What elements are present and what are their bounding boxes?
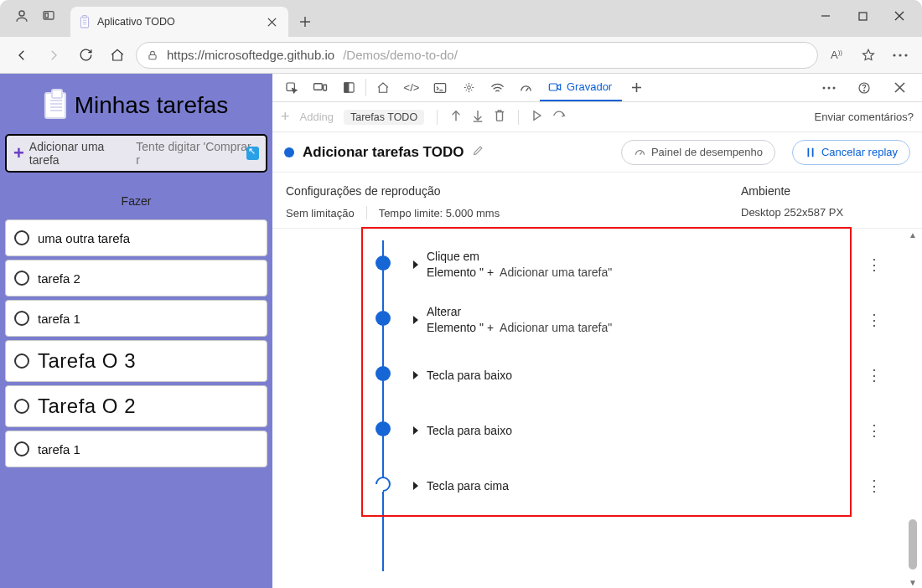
home-button[interactable] — [104, 42, 131, 69]
expand-caret-icon[interactable] — [413, 316, 418, 324]
steps-area: Clique emElemento " + Adicionar uma tare… — [272, 229, 922, 588]
scroll-up-icon[interactable]: ▲ — [907, 229, 919, 240]
performance-panel-button[interactable]: Painel de desempenho — [621, 140, 775, 165]
todo-checkbox[interactable] — [14, 399, 29, 414]
step-row[interactable]: Clique emElemento " + Adicionar uma tare… — [272, 237, 902, 292]
elements-tab-icon[interactable]: </> — [397, 74, 426, 101]
export-icon[interactable] — [472, 109, 484, 125]
adding-label: Adding — [300, 111, 334, 123]
add-tab-button[interactable] — [622, 74, 650, 101]
app-title: Minhas tarefas — [75, 92, 229, 119]
svg-rect-13 — [859, 13, 867, 20]
step-row[interactable]: AlterarElemento " + Adicionar uma tarefa… — [272, 292, 902, 348]
step-icon[interactable] — [552, 111, 566, 123]
expand-caret-icon[interactable] — [413, 426, 418, 435]
back-button[interactable] — [8, 42, 35, 69]
todo-item[interactable]: tarefa 1 — [5, 300, 267, 337]
step-line2: Elemento " + Adicionar uma tarefa" — [427, 320, 612, 336]
todo-app: Minhas tarefas + Adicionar uma tarefa Te… — [0, 74, 272, 588]
window-close-button[interactable] — [882, 3, 917, 28]
performance-tab-icon[interactable] — [511, 74, 540, 101]
url-field[interactable]: https://microsoftedge.github.io/Demos/de… — [136, 42, 818, 69]
devtools-more-icon[interactable] — [815, 86, 843, 90]
favorite-icon[interactable] — [855, 42, 882, 69]
todo-item[interactable]: Tarefa O 2 — [5, 385, 267, 427]
todo-item[interactable]: Tarefa O 3 — [5, 340, 267, 382]
todo-item[interactable]: tarefa 2 — [5, 260, 267, 297]
step-menu-button[interactable]: ⋮ — [867, 255, 882, 274]
url-host: https://microsoftedge.github.io — [167, 48, 334, 62]
svg-rect-24 — [344, 83, 348, 92]
feedback-link[interactable]: Enviar comentários? — [815, 111, 914, 123]
step-line1: Tecla para baixo — [427, 423, 512, 439]
profile-icon[interactable] — [10, 4, 34, 28]
step-row[interactable]: Tecla para baixo⋮ — [272, 348, 902, 403]
url-path: /Demos/demo-to-do/ — [343, 48, 458, 62]
lock-icon — [147, 49, 158, 61]
environment-label: Ambiente — [741, 184, 909, 198]
play-icon[interactable] — [531, 110, 542, 124]
read-aloud-icon[interactable]: A)) — [823, 42, 850, 69]
import-icon[interactable] — [450, 109, 462, 125]
timeout-value[interactable]: Tempo limite: 5.000 mms — [379, 207, 500, 219]
dock-icon[interactable] — [334, 74, 363, 101]
step-menu-button[interactable]: ⋮ — [867, 366, 882, 384]
more-icon[interactable] — [887, 42, 914, 69]
window-maximize-button[interactable] — [845, 3, 880, 28]
cancel-replay-button[interactable]: Cancelar replay — [792, 140, 910, 165]
throttle-value[interactable]: Sem limitação — [286, 207, 355, 219]
network-tab-icon[interactable] — [483, 74, 511, 101]
todo-checkbox[interactable] — [14, 441, 29, 456]
svg-rect-16 — [149, 54, 156, 59]
device-icon[interactable] — [306, 74, 334, 101]
add-task-label: Adicionar uma tarefa — [29, 140, 132, 167]
clipboard-logo-icon — [44, 92, 66, 119]
edit-title-button[interactable] — [472, 144, 484, 160]
help-icon[interactable] — [850, 81, 878, 95]
todo-checkbox[interactable] — [14, 353, 29, 369]
sources-tab-icon[interactable] — [454, 74, 483, 101]
svg-point-27 — [467, 86, 470, 90]
replay-settings: Configurações de reprodução Sem limitaçã… — [272, 173, 922, 229]
todo-checkbox[interactable] — [14, 230, 29, 245]
step-line2: Elemento " + Adicionar uma tarefa" — [427, 265, 612, 281]
recording-chip[interactable]: Tarefas TODO — [344, 110, 424, 125]
expand-caret-icon[interactable] — [413, 371, 418, 379]
expand-caret-icon[interactable] — [413, 482, 418, 490]
step-line1: Clique em — [427, 249, 612, 265]
workspaces-icon[interactable] — [37, 4, 60, 28]
step-menu-button[interactable]: ⋮ — [867, 477, 882, 495]
delete-icon[interactable] — [494, 109, 505, 125]
todo-checkbox[interactable] — [14, 311, 29, 326]
welcome-tab-icon[interactable] — [369, 74, 397, 101]
console-tab-icon[interactable] — [426, 74, 454, 101]
step-row[interactable]: Tecla para cima⋮ — [272, 458, 902, 513]
todo-item[interactable]: tarefa 1 — [5, 431, 267, 467]
steps-scrollbar[interactable]: ▲ ▼ — [907, 229, 919, 588]
todo-item[interactable]: uma outra tarefa — [5, 219, 267, 256]
add-recording-icon[interactable]: + — [281, 108, 290, 126]
svg-rect-4 — [83, 16, 87, 18]
add-task-button[interactable]: + Adicionar uma tarefa Tente digitar 'Co… — [5, 134, 267, 173]
recorder-tab[interactable]: Gravador — [540, 74, 622, 101]
todo-text: tarefa 1 — [38, 312, 80, 326]
reload-button[interactable] — [72, 42, 99, 69]
scroll-down-icon[interactable]: ▼ — [907, 576, 919, 588]
step-menu-button[interactable]: ⋮ — [867, 311, 882, 329]
devtools-close-button[interactable] — [885, 82, 914, 93]
expand-caret-icon[interactable] — [413, 260, 418, 269]
todo-checkbox[interactable] — [14, 271, 29, 286]
window-minimize-button[interactable] — [808, 3, 843, 28]
todo-text: tarefa 2 — [38, 271, 80, 286]
svg-point-33 — [833, 86, 836, 89]
performance-panel-label: Painel de desempenho — [651, 146, 763, 158]
step-menu-button[interactable]: ⋮ — [867, 421, 882, 440]
step-row[interactable]: Tecla para baixo⋮ — [272, 403, 902, 458]
tab-close-button[interactable] — [263, 13, 280, 30]
replay-settings-label: Configurações de reprodução — [286, 184, 741, 198]
new-tab-button[interactable] — [292, 8, 319, 35]
inspect-icon[interactable] — [277, 74, 306, 101]
devtools-panel: </> Gravador + Adding Tare — [272, 74, 922, 588]
browser-tab[interactable]: Aplicativo TODO — [70, 7, 288, 37]
scroll-thumb[interactable] — [909, 519, 917, 570]
